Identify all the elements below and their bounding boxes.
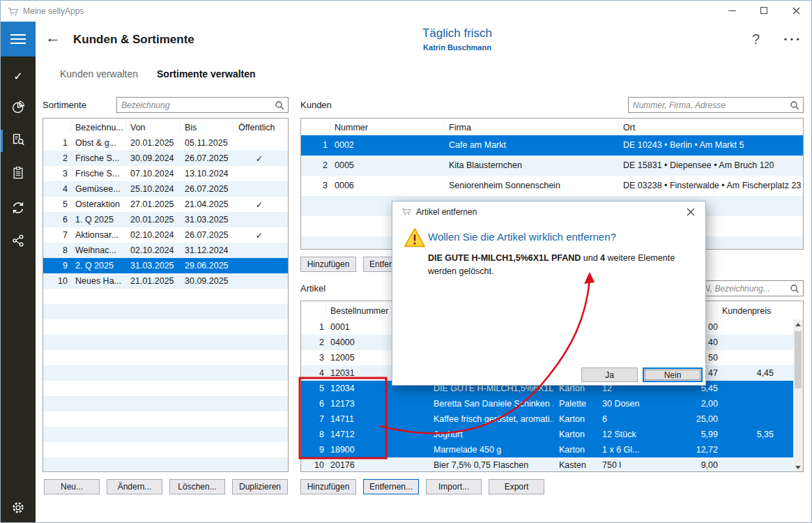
table-cell: Karton [559,414,585,424]
table-row[interactable]: 714711Kaffee frisch geröstet, aromati...… [301,411,793,427]
scrollbar-thumb[interactable] [795,331,802,388]
more-button[interactable]: • • • [784,35,800,43]
table-row[interactable]: 2Frische S...30.09.202426.07.2025✓ [43,151,288,166]
help-button[interactable]: ? [752,31,760,47]
table-row[interactable]: 814712JoghurtKarton12 Stück5,995,35 [301,427,793,442]
dialog-nein-button[interactable]: Nein [643,367,703,382]
table-cell: 3 [301,181,328,190]
table-cell: Bier 7,5% 0,75 Flaschen [434,460,553,470]
table-cell: 2 [301,338,324,347]
kunden-hinzufuegen-button[interactable]: Hinzufügen [300,257,356,272]
export-button[interactable]: Export [489,479,544,494]
artikel-hinzufuegen-button[interactable]: Hinzufügen [300,479,356,494]
scroll-up-icon[interactable] [795,323,801,326]
column-header[interactable]: Bis [180,123,197,132]
sidebar-item-catalog[interactable] [1,130,36,152]
table-cell: 1 [43,138,68,148]
table-filler-row [43,457,288,471]
sortimente-search-input[interactable] [121,98,261,112]
table-row[interactable]: 7Aktionsar...02.10.202426.07.2025✓ [43,227,288,243]
table-row[interactable]: 8Weihnac...02.10.202431.12.2024 [43,243,288,258]
column-header[interactable]: Kundenpreis [717,306,771,316]
search-icon [275,100,284,110]
column-header[interactable]: Nummer [330,123,368,132]
table-row[interactable]: 30006Seniorenheim SonnenscheinDE 03238 •… [301,176,803,196]
column-header[interactable]: Öffentlich [233,123,275,132]
column-header[interactable]: Firma [444,123,471,132]
sortimente-table-header: Bezeichnu... Von Bis Öffentlich [43,119,288,135]
scroll-down-icon[interactable] [795,466,801,469]
table-row[interactable]: 92. Q 202531.03.202529.06.2025 [43,258,288,273]
table-row[interactable]: 61. Q 202520.01.202531.03.2025 [43,212,288,227]
sidebar-item-sync[interactable] [1,198,36,220]
table-cell: Kasten [559,460,586,470]
table-cell: 0006 [335,181,354,190]
table-cell: 12005 [330,353,355,363]
artikel-entfernen-button[interactable]: Entfernen... [363,479,419,494]
table-row[interactable]: 4Gemüsee...25.10.202426.07.2025 [43,181,288,197]
dialog-close-icon[interactable] [682,205,700,219]
dialog-message-count: 4 [600,253,605,263]
sidebar-item-share[interactable] [1,231,36,253]
table-cell: 04000 [330,338,355,347]
table-cell: Beretta San Daniele Schinken ... [434,399,553,409]
close-button[interactable] [784,2,808,19]
tab-kunden-verwalten[interactable]: Kunden verwalten [60,68,138,79]
table-filler-row [43,289,288,304]
dialog-cart-icon [401,206,411,219]
sidebar-item-settings[interactable] [1,498,36,520]
artikel-scrollbar[interactable] [793,319,803,472]
table-cell: Aktionsar... [75,230,130,240]
table-row[interactable]: 10Neues Ha...21.01.202530.09.2025 [43,273,288,289]
table-cell: 1 [301,140,328,150]
sortimente-search[interactable] [116,97,289,113]
table-cell: 30.09.2024 [130,153,174,163]
user-name[interactable]: Katrin Buschmann [377,43,537,52]
table-cell: Karton [559,445,585,455]
table-row[interactable]: 3Frische S...07.10.202413.10.2024 [43,166,288,181]
column-header[interactable]: Ort [618,123,635,132]
loeschen-button[interactable]: Löschen... [169,479,225,494]
tab-sortimente-verwalten[interactable]: Sortimente verwalten [157,68,256,79]
column-header[interactable]: Bezeichnu... [70,123,123,132]
table-cell: 8 [301,430,324,439]
column-header[interactable]: Von [125,123,146,132]
maximize-button[interactable] [752,2,776,19]
column-header[interactable]: Bestellnummer [325,306,388,316]
table-row[interactable]: 918900Marmelade 450 gKarton1 x 6 Gl...12… [301,442,793,457]
back-button[interactable]: ← [45,30,61,45]
duplizieren-button[interactable]: Duplizieren [232,479,288,494]
dialog-heading: Wollen Sie die Artikel wirklich entferne… [428,231,616,243]
kunden-search[interactable] [628,97,804,113]
table-cell: 6 [43,215,68,225]
kunden-search-input[interactable] [633,98,776,112]
sidebar-item-orders[interactable] [1,163,36,185]
neu-button[interactable]: Neu... [44,479,100,494]
sidebar: ✓ [1,22,36,523]
table-cell: 2 [43,153,68,163]
import-button[interactable]: Import... [426,479,482,494]
table-cell: 02.10.2024 [130,230,174,240]
table-cell: Marmelade 450 g [434,445,553,455]
table-row[interactable]: 1Obst & g...20.01.202505.11.2025 [43,135,288,151]
kunden-label: Kunden [300,100,332,110]
table-cell: 4 [43,184,68,194]
table-row[interactable]: 5Osteraktion27.01.202521.04.2025✓ [43,197,288,212]
table-cell: 0002 [335,140,354,150]
table-cell: 20176 [330,460,355,470]
table-row[interactable]: 10002Cafe am MarktDE 10243 • Berlin • Am… [301,135,803,156]
table-row[interactable]: 1020176Bier 7,5% 0,75 FlaschenKasten750 … [301,457,793,471]
table-filler-row [43,365,288,381]
minimize-button[interactable] [720,2,744,19]
table-row[interactable]: 20005Kita BlausternchenDE 15831 • Diepen… [301,156,803,176]
table-cell: 12,72 [650,445,718,455]
table-cell: 14712 [330,430,355,439]
menu-button[interactable] [1,22,36,56]
table-row[interactable]: 612173Beretta San Daniele Schinken ...Pa… [301,396,793,411]
gear-icon [10,500,26,518]
dialog-ja-button[interactable]: Ja [581,367,638,382]
sidebar-item-tasks[interactable]: ✓ [1,65,36,87]
sidebar-item-reports[interactable] [1,97,36,119]
aendern-button[interactable]: Ändern... [107,479,162,494]
sortimente-label: Sortimente [43,100,86,110]
